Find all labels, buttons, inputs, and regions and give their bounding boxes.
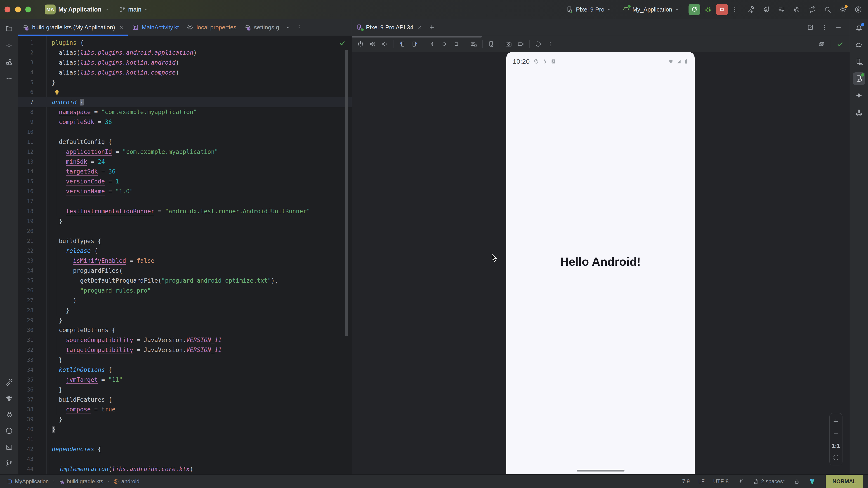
code-line[interactable]: 42dependencies { xyxy=(18,445,352,454)
code-line[interactable]: 43 xyxy=(18,454,352,464)
kebab-button[interactable] xyxy=(547,41,554,47)
project-widget[interactable]: MA My Application xyxy=(45,4,109,14)
lock-open-icon[interactable] xyxy=(794,478,800,485)
editor-tab[interactable]: build.gradle.kts (My Application) xyxy=(18,19,128,36)
tool-airplane-button[interactable] xyxy=(852,106,865,119)
tool-gem-button[interactable] xyxy=(3,392,16,404)
device-selector[interactable]: Pixel 9 Pro xyxy=(566,6,612,13)
user-icon[interactable] xyxy=(855,6,862,13)
camera-button[interactable] xyxy=(505,40,512,48)
fit-screen-button[interactable] xyxy=(833,454,839,461)
tool-git-branch-button[interactable] xyxy=(3,457,16,470)
phone-screen[interactable]: 10:20 Hello Android! xyxy=(506,52,694,474)
breadcrumb-item[interactable]: MyApplication xyxy=(7,478,49,485)
sync-project-icon[interactable] xyxy=(762,6,770,13)
editor-tab[interactable]: MainActivity.kt xyxy=(128,19,182,36)
tool-bell-button[interactable] xyxy=(852,22,865,35)
tool-terminal-button[interactable] xyxy=(3,441,16,453)
code-line[interactable]: 44 implementation(libs.androidx.core.ktx… xyxy=(18,464,352,474)
emulator-tab[interactable]: Pixel 9 Pro API 34 xyxy=(352,19,426,36)
pin-ai-icon[interactable] xyxy=(737,478,744,485)
settings-gear-icon[interactable] xyxy=(839,6,847,13)
video-button[interactable] xyxy=(517,40,524,48)
editor-scrollbar[interactable] xyxy=(345,50,348,336)
inspections-ok-icon[interactable] xyxy=(339,39,346,47)
nav-back-button[interactable] xyxy=(428,40,436,48)
code-line[interactable]: 21 buildTypes { xyxy=(18,236,352,246)
editor-tab[interactable]: settings.g xyxy=(240,19,283,36)
tool-more-button[interactable] xyxy=(3,72,16,85)
code-line[interactable]: 12 applicationId = "com.example.myapplic… xyxy=(18,147,352,157)
reset-button[interactable] xyxy=(535,40,542,48)
run-config-selector[interactable]: My_Application xyxy=(622,5,680,13)
gesture-handle[interactable] xyxy=(577,470,624,471)
zoom-out-button[interactable] xyxy=(832,430,840,437)
tool-running-device-button[interactable] xyxy=(852,72,865,85)
close-window-button[interactable] xyxy=(4,6,10,12)
code-line[interactable]: 17 xyxy=(18,197,352,206)
code-line[interactable]: 25 getDefaultProguardFile("proguard-andr… xyxy=(18,276,352,286)
code-line[interactable]: 27 ) xyxy=(18,296,352,306)
tool-logcat-button[interactable] xyxy=(3,408,16,421)
code-line[interactable]: 14 targetSdk = 36 xyxy=(18,167,352,177)
volume-down-button[interactable] xyxy=(381,40,389,48)
check-button[interactable] xyxy=(836,40,844,48)
stop-button[interactable] xyxy=(716,4,728,15)
tool-gradle-elephant-button[interactable] xyxy=(852,39,865,52)
code-line[interactable]: 6 xyxy=(18,88,352,97)
code-line[interactable]: 29 } xyxy=(18,316,352,326)
tool-hammer-button[interactable] xyxy=(3,376,16,388)
code-line[interactable]: 33 } xyxy=(18,355,352,365)
editor-tab[interactable]: local.properties xyxy=(182,19,240,36)
rotate-right-button[interactable] xyxy=(411,40,418,48)
tool-device-android-button[interactable] xyxy=(852,56,865,68)
phone-settings-button[interactable] xyxy=(488,40,495,48)
new-tab-button[interactable] xyxy=(428,24,435,31)
search-icon[interactable] xyxy=(824,6,831,13)
breadcrumb-item[interactable]: build.gradle.kts xyxy=(59,478,103,485)
code-line[interactable]: 30 compileOptions { xyxy=(18,325,352,335)
code-line[interactable]: 37 buildFeatures { xyxy=(18,395,352,405)
minimize-icon[interactable] xyxy=(835,24,842,31)
tool-sparkle-button[interactable] xyxy=(852,89,865,102)
code-line[interactable]: 8 namespace = "com.example.myapplication… xyxy=(18,107,352,117)
volume-up-button[interactable] xyxy=(369,40,376,48)
code-line[interactable]: 34 kotlinOptions { xyxy=(18,365,352,375)
build-hammer-icon[interactable] xyxy=(747,6,754,13)
zoom-ratio[interactable]: 1:1 xyxy=(832,442,840,449)
nav-home-button[interactable] xyxy=(440,40,448,48)
code-line[interactable]: 31 sourceCompatibility = JavaVersion.VER… xyxy=(18,335,352,345)
code-line[interactable]: 15 versionCode = 1 xyxy=(18,177,352,187)
code-line[interactable]: 13 minSdk = 24 xyxy=(18,157,352,167)
code-line[interactable]: 20 xyxy=(18,226,352,236)
code-line[interactable]: 39 } xyxy=(18,415,352,424)
code-line[interactable]: 4 alias(libs.plugins.kotlin.compose) xyxy=(18,68,352,78)
code-line[interactable]: 2 alias(libs.plugins.android.application… xyxy=(18,48,352,58)
code-line[interactable]: 5} xyxy=(18,78,352,88)
power-button[interactable] xyxy=(357,40,364,48)
rerun-button[interactable] xyxy=(688,4,700,15)
line-ending[interactable]: LF xyxy=(698,478,705,485)
vcs-branch-widget[interactable]: main xyxy=(119,6,149,13)
code-line[interactable]: 9 compileSdk = 36 xyxy=(18,117,352,127)
close-icon[interactable] xyxy=(119,25,124,30)
indent-widget[interactable]: 2 spaces* xyxy=(752,478,785,485)
code-line[interactable]: 18 testInstrumentationRunner = "androidx… xyxy=(18,206,352,217)
caret-position[interactable]: 7:9 xyxy=(682,478,690,485)
code-line[interactable]: 19 } xyxy=(18,217,352,226)
encoding[interactable]: UTF-8 xyxy=(713,478,728,485)
code-line[interactable]: 26 "proguard-rules.pro" xyxy=(18,286,352,296)
layers-search-button[interactable] xyxy=(818,40,825,48)
code-line[interactable]: 38 compose = true xyxy=(18,404,352,415)
nav-overview-button[interactable] xyxy=(453,40,460,48)
rotate-left-button[interactable] xyxy=(399,40,406,48)
keyboard-button[interactable] xyxy=(470,40,477,48)
tool-resources-button[interactable] xyxy=(3,56,16,68)
code-line[interactable]: 24 proguardFiles( xyxy=(18,266,352,276)
tool-folder-button[interactable] xyxy=(3,22,16,35)
breadcrumb-item[interactable]: android xyxy=(113,478,140,485)
profiler-icon[interactable] xyxy=(778,6,785,13)
code-line[interactable]: 41 xyxy=(18,434,352,445)
lightbulb-icon[interactable] xyxy=(54,89,60,96)
code-line[interactable]: 16 versionName = "1.0" xyxy=(18,187,352,197)
